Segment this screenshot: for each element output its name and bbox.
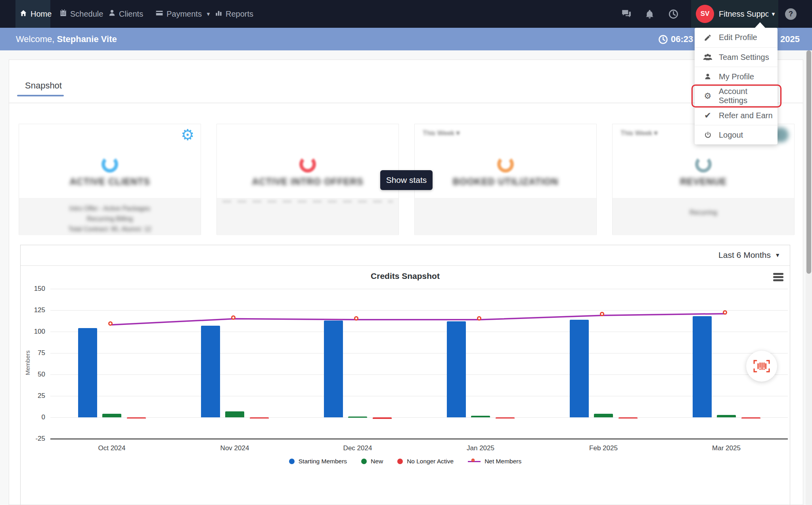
tab-snapshot[interactable]: Snapshot (25, 81, 62, 91)
y-tick-150: 150 (24, 285, 45, 293)
card-title: BOOKED UTILIZATION (415, 177, 596, 187)
chart-range-bar: Last 6 Months ▼ (21, 245, 790, 266)
bar-starting-members-jan-2025[interactable] (447, 321, 466, 417)
bar-new-nov-2024[interactable] (225, 411, 244, 417)
bar-no-longer-active-dec-2024[interactable] (373, 417, 392, 419)
nav-item-label: Clients (119, 10, 143, 19)
net-members-point-dec-2024[interactable] (354, 316, 358, 321)
legend-item-net-members[interactable]: Net Members (468, 458, 521, 465)
menu-item-label: Refer and Earn (719, 111, 773, 120)
bar-no-longer-active-mar-2025[interactable] (741, 417, 760, 419)
legend-item-new[interactable]: New (361, 458, 383, 465)
scan-widget-button[interactable] (746, 351, 777, 382)
nav-item-payments[interactable]: Payments ▼ (151, 0, 215, 28)
gridline-150 (50, 289, 788, 289)
person-icon (108, 9, 116, 19)
net-members-point-feb-2025[interactable] (600, 312, 604, 316)
legend-swatch (289, 459, 295, 464)
bell-icon[interactable] (641, 5, 658, 23)
home-icon (19, 9, 27, 19)
nav-item-label: Home (31, 10, 52, 19)
bar-no-longer-active-oct-2024[interactable] (127, 417, 146, 419)
avatar: SV (696, 5, 714, 23)
stat-card-booked-utilization[interactable]: This Week ▾ BOOKED UTILIZATION (414, 124, 597, 235)
bar-starting-members-nov-2024[interactable] (201, 326, 220, 417)
chevron-down-icon[interactable]: ▼ (775, 252, 780, 258)
card-footer-line: Total Contract: 95, Alumni: 12 (19, 224, 201, 234)
user-menu-trigger[interactable]: SV Fitness Support... ▼ (691, 0, 778, 28)
check-icon: ✔ (703, 111, 713, 120)
card-footer (217, 198, 398, 235)
net-members-point-nov-2024[interactable] (231, 315, 236, 320)
calendar-icon (59, 9, 67, 19)
chart-title: Credits Snapshot (21, 271, 790, 281)
main-content-panel: Snapshot ⚙ ACTIVE CLIENTS Intro Offer - … (9, 60, 803, 505)
x-tick-mar-2025: Mar 2025 (695, 444, 758, 452)
menu-item-edit-profile[interactable]: Edit Profile (695, 28, 778, 47)
current-date-year: 2025 (780, 34, 800, 44)
gridline-75 (50, 353, 788, 353)
range-selector[interactable]: Last 6 Months (718, 250, 771, 260)
legend-label: Net Members (485, 458, 521, 465)
page-scrollbar-track[interactable] (806, 50, 812, 505)
gridline--25 (50, 438, 788, 440)
legend-item-no-longer-active[interactable]: No Longer Active (397, 458, 454, 465)
menu-item-my-profile[interactable]: My Profile (695, 67, 778, 86)
net-members-point-jan-2025[interactable] (477, 316, 481, 321)
nav-item-clients[interactable]: Clients (104, 0, 147, 28)
app-screen: Home Schedule Clients Payments ▼ Repor (0, 0, 812, 505)
bar-new-feb-2025[interactable] (594, 414, 613, 417)
stat-card-active-intro-offers[interactable]: ACTIVE INTRO OFFERS (216, 124, 399, 235)
period-selector[interactable]: This Week ▾ (423, 129, 460, 137)
bar-no-longer-active-nov-2024[interactable] (250, 417, 269, 419)
menu-item-label: Logout (719, 131, 743, 140)
card-title: ACTIVE INTRO OFFERS (217, 177, 398, 187)
y-tick-75: 75 (24, 349, 45, 357)
bar-new-jan-2025[interactable] (471, 416, 490, 417)
nav-item-home[interactable]: Home (15, 0, 50, 28)
help-icon[interactable]: ? (785, 8, 797, 20)
bar-starting-members-oct-2024[interactable] (78, 328, 97, 417)
pencil-icon (703, 34, 713, 42)
clock-icon (658, 35, 668, 46)
legend-label: Starting Members (299, 458, 347, 465)
account-name: Fitness Support... (719, 10, 768, 19)
tab-row-divider (9, 103, 803, 103)
menu-item-refer-and-earn[interactable]: ✔ Refer and Earn (695, 106, 778, 125)
card-footer-line: Intro Offer - Active Packages (19, 204, 201, 214)
x-tick-feb-2025: Feb 2025 (572, 444, 635, 452)
bar-no-longer-active-jan-2025[interactable] (496, 417, 515, 419)
chart-menu-icon[interactable] (773, 273, 783, 282)
bar-starting-members-feb-2025[interactable] (570, 320, 589, 417)
bar-starting-members-mar-2025[interactable] (693, 316, 712, 417)
chart-legend: Starting Members New No Longer Active Ne… (21, 458, 790, 465)
legend-swatch (397, 459, 403, 464)
gear-icon[interactable]: ⚙ (181, 127, 194, 142)
stat-card-active-clients[interactable]: ⚙ ACTIVE CLIENTS Intro Offer - Active Pa… (19, 124, 201, 235)
bar-new-oct-2024[interactable] (102, 414, 121, 417)
x-tick-dec-2024: Dec 2024 (326, 444, 389, 452)
legend-item-starting-members[interactable]: Starting Members (289, 458, 347, 465)
net-members-point-mar-2025[interactable] (723, 310, 727, 315)
menu-item-team-settings[interactable]: Team Settings (695, 47, 778, 67)
chat-icon[interactable] (618, 5, 635, 23)
clock-icon[interactable] (665, 5, 682, 23)
net-members-point-oct-2024[interactable] (108, 321, 113, 326)
page-scrollbar-thumb[interactable] (806, 50, 811, 274)
menu-item-logout[interactable]: Logout (695, 125, 778, 144)
menu-item-account-settings[interactable]: ⚙ Account Settings (695, 86, 778, 106)
bar-new-mar-2025[interactable] (717, 415, 736, 417)
nav-item-schedule[interactable]: Schedule (56, 0, 107, 28)
nav-item-label: Reports (226, 10, 253, 19)
show-stats-button[interactable]: Show stats (380, 170, 433, 190)
bar-starting-members-dec-2024[interactable] (324, 321, 343, 417)
x-tick-nov-2024: Nov 2024 (203, 444, 266, 452)
card-title: REVENUE (613, 177, 794, 187)
bar-new-dec-2024[interactable] (348, 417, 367, 418)
nav-item-label: Payments (167, 10, 202, 19)
legend-swatch (361, 459, 367, 464)
bar-no-longer-active-feb-2025[interactable] (619, 417, 638, 419)
nav-item-label: Schedule (70, 10, 103, 19)
nav-item-reports[interactable]: Reports (211, 0, 257, 28)
period-selector[interactable]: This Week ▾ (620, 129, 657, 137)
